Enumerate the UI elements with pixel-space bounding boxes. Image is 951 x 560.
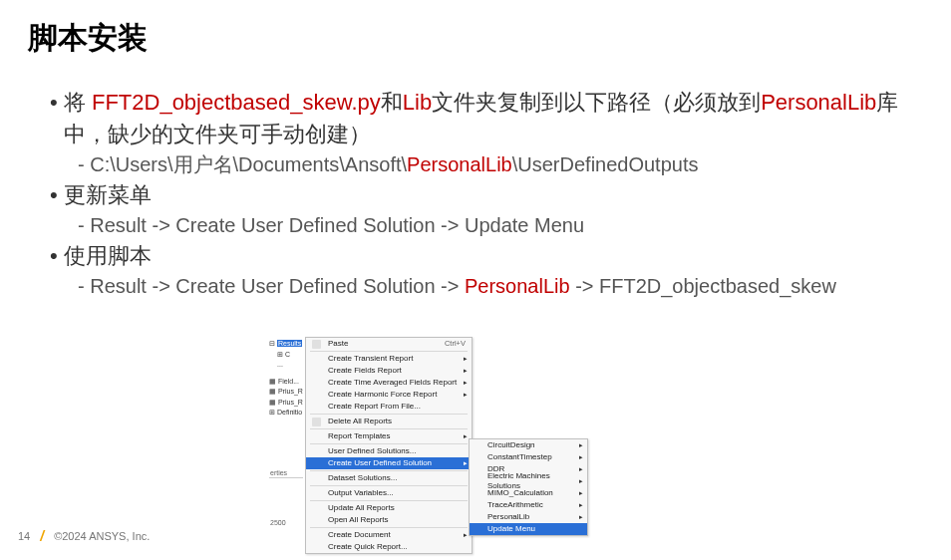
menu-create-doc[interactable]: Create Document▸	[306, 529, 472, 541]
slide-title: 脚本安装	[28, 18, 923, 59]
label: Report Templates	[328, 431, 391, 441]
bullet-2-sub: Result -> Create User Defined Solution -…	[78, 211, 923, 240]
delete-icon	[312, 418, 321, 426]
menu-separator	[310, 485, 468, 486]
menu-create-quick[interactable]: Create Quick Report...	[306, 541, 472, 553]
bullet-1: 将 FFT2D_objectbased_skew.py和Lib文件夹复制到以下路…	[50, 87, 923, 150]
menu-update-all[interactable]: Update All Reports	[306, 502, 472, 514]
b3-sub-post: -> FFT2D_objectbased_skew	[570, 275, 836, 297]
b1-post: 文件夹复制到以下路径（必须放到	[432, 90, 761, 115]
submenu-arrow-icon: ▸	[464, 366, 468, 376]
menu2-ems[interactable]: Electric Machines Solutions▸	[470, 475, 587, 487]
label: Create Fields Report	[328, 366, 402, 376]
submenu-arrow-icon: ▸	[464, 354, 468, 364]
bullet-3: 使用脚本	[50, 240, 923, 272]
menu-separator	[310, 351, 468, 352]
tree-item: ...	[277, 361, 283, 368]
footer-slash-icon: /	[40, 528, 44, 544]
b1-sub-pre: C:\Users\用户名\Documents\Ansoft\	[90, 153, 407, 175]
submenu-arrow-icon: ▸	[579, 464, 583, 474]
label: Update All Reports	[328, 503, 395, 513]
label: Delete All Reports	[328, 417, 392, 426]
menu-separator	[310, 443, 468, 444]
menu2-circuitdesign[interactable]: CircuitDesign▸	[470, 439, 587, 451]
menu-paste[interactable]: PasteCtrl+V	[306, 338, 472, 350]
context-menu-1: PasteCtrl+V Create Transient Report▸ Cre…	[305, 337, 473, 554]
menu-paste-label: Paste	[328, 339, 348, 349]
menu2-mimo[interactable]: MIMO_Calculation▸	[470, 487, 587, 499]
submenu-arrow-icon: ▸	[464, 530, 468, 540]
submenu-arrow-icon: ▸	[579, 512, 583, 522]
menu-separator	[310, 414, 468, 415]
menu-report-templates[interactable]: Report Templates▸	[306, 430, 472, 442]
tree-prius1[interactable]: Prius_R	[278, 388, 303, 395]
b3-sub-red: PersonalLib	[465, 275, 570, 297]
menu-separator	[310, 500, 468, 501]
b1-sub-red: PersonalLib	[407, 153, 512, 175]
menu-create-fields[interactable]: Create Fields Report▸	[306, 365, 472, 377]
label: ConstantTimestep	[487, 452, 552, 462]
label: MIMO_Calculation	[487, 488, 553, 498]
menu-create-harmonic[interactable]: Create Harmonic Force Report▸	[306, 389, 472, 401]
tree-defs[interactable]: Definitio	[277, 409, 302, 416]
menu-dataset[interactable]: Dataset Solutions...	[306, 472, 472, 484]
menu-open-all[interactable]: Open All Reports	[306, 514, 472, 526]
label: Create Quick Report...	[328, 542, 408, 552]
label: Create User Defined Solution	[328, 458, 432, 468]
menu2-constanttimestep[interactable]: ConstantTimestep▸	[470, 451, 587, 463]
tree-panel: ⊟ Results ⊞ C ... ▦ Field... ▦ Prius_R ▦…	[269, 339, 307, 419]
menu-cuds[interactable]: Create User Defined Solution▸	[306, 457, 472, 469]
submenu-arrow-icon: ▸	[579, 500, 583, 510]
menu-create-time-avg[interactable]: Create Time Averaged Fields Report▸	[306, 377, 472, 389]
submenu-arrow-icon: ▸	[579, 452, 583, 462]
submenu-arrow-icon: ▸	[579, 476, 583, 486]
menu2-update[interactable]: Update Menu	[470, 523, 587, 535]
tree-item[interactable]: C	[285, 351, 290, 358]
properties-label: erties	[269, 468, 303, 478]
label: CircuitDesign	[487, 440, 535, 450]
b1-pre: 将	[64, 90, 92, 115]
menu-paste-shortcut: Ctrl+V	[445, 339, 466, 349]
label: Create Document	[328, 530, 391, 540]
menu-separator	[310, 527, 468, 528]
menu-uds[interactable]: User Defined Solutions...	[306, 445, 472, 457]
label: Output Variables...	[328, 488, 394, 498]
label: Create Harmonic Force Report	[328, 390, 437, 400]
bullet-1-sub: C:\Users\用户名\Documents\Ansoft\PersonalLi…	[78, 150, 923, 179]
label: Dataset Solutions...	[328, 473, 397, 483]
properties-panel: erties 2500	[269, 468, 303, 527]
menu-output-vars[interactable]: Output Variables...	[306, 487, 472, 499]
menu2-personallib[interactable]: PersonalLib▸	[470, 511, 587, 523]
submenu-arrow-icon: ▸	[579, 440, 583, 450]
menu-delete-all[interactable]: Delete All Reports	[306, 416, 472, 427]
submenu-arrow-icon: ▸	[464, 431, 468, 441]
label: TraceArithmetic	[487, 500, 543, 510]
b1-mid: 和	[381, 90, 403, 115]
b3-sub-pre: Result -> Create User Defined Solution -…	[90, 275, 465, 297]
label: Update Menu	[487, 524, 535, 534]
label: Create Time Averaged Fields Report	[328, 378, 457, 388]
submenu-arrow-icon: ▸	[464, 378, 468, 388]
paste-icon	[312, 340, 321, 349]
footer: 14 / ©2024 ANSYS, Inc.	[18, 528, 150, 544]
bullet-2: 更新菜单	[50, 179, 923, 211]
menu-create-transient[interactable]: Create Transient Report▸	[306, 353, 472, 365]
b1-red3: PersonalLib	[761, 90, 876, 115]
b1-red2: Lib	[403, 90, 432, 115]
label: Create Report From File...	[328, 402, 421, 412]
page-number: 14	[18, 530, 30, 542]
embedded-screenshot: ⊟ Results ⊞ C ... ▦ Field... ▦ Prius_R ▦…	[269, 337, 648, 536]
menu-separator	[310, 428, 468, 429]
menu2-trace[interactable]: TraceArithmetic▸	[470, 499, 587, 511]
tree-prius2[interactable]: Prius_R	[278, 399, 303, 406]
copyright: ©2024 ANSYS, Inc.	[54, 530, 150, 542]
label: PersonalLib	[487, 512, 529, 522]
tree-results[interactable]: Results	[277, 340, 302, 347]
submenu-arrow-icon: ▸	[464, 390, 468, 400]
label: User Defined Solutions...	[328, 446, 417, 456]
content-area: 将 FFT2D_objectbased_skew.py和Lib文件夹复制到以下路…	[28, 87, 923, 301]
properties-value: 2500	[269, 518, 303, 527]
menu-create-from-file[interactable]: Create Report From File...	[306, 401, 472, 413]
b1-sub-post: \UserDefinedOutputs	[512, 153, 699, 175]
tree-fields[interactable]: Field...	[278, 378, 299, 385]
